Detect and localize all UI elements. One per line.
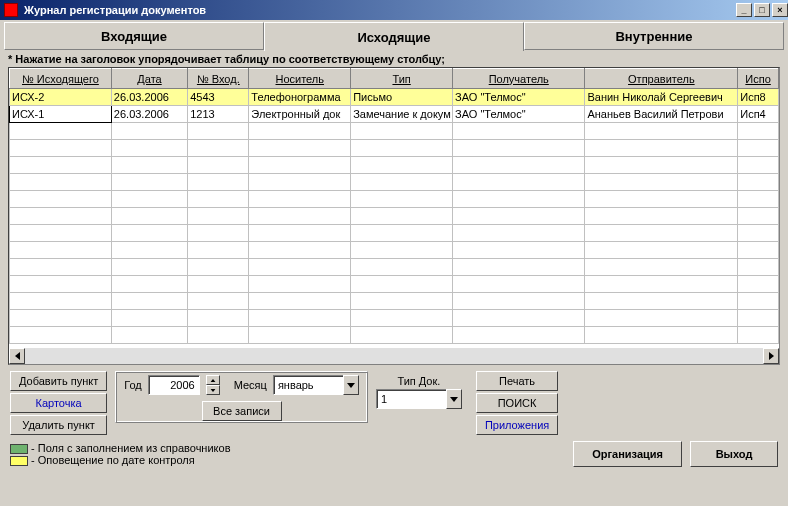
legend-green-icon bbox=[10, 444, 28, 454]
cell-media: Телефонограмма bbox=[249, 89, 351, 106]
cell-innum: 1213 bbox=[188, 106, 249, 123]
documents-table: № Исходящего Дата № Вход. Носитель Тип П… bbox=[9, 68, 779, 344]
legend-green-text: - Поля с заполнением из справочников bbox=[31, 442, 230, 454]
legend-yellow-text: - Оповещение по дате контроля bbox=[31, 454, 195, 466]
cell-media: Электронный док bbox=[249, 106, 351, 123]
col-media[interactable]: Носитель bbox=[249, 69, 351, 89]
table-row[interactable] bbox=[10, 191, 779, 208]
tabs: Входящие Исходящие Внутренние bbox=[4, 22, 784, 50]
col-sender[interactable]: Отправитель bbox=[585, 69, 738, 89]
print-button[interactable]: Печать bbox=[476, 371, 558, 391]
sort-hint: * Нажатие на заголовок упорядочивает таб… bbox=[4, 50, 784, 67]
month-label: Месяц bbox=[234, 379, 267, 391]
scroll-right-button[interactable] bbox=[763, 348, 779, 364]
exit-button[interactable]: Выход bbox=[690, 441, 778, 467]
close-button[interactable]: × bbox=[772, 3, 788, 17]
col-date[interactable]: Дата bbox=[111, 69, 187, 89]
table-row[interactable] bbox=[10, 157, 779, 174]
table-row[interactable] bbox=[10, 293, 779, 310]
year-down-button[interactable] bbox=[206, 385, 220, 395]
tab-incoming[interactable]: Входящие bbox=[4, 22, 264, 50]
col-innum[interactable]: № Вход. bbox=[188, 69, 249, 89]
col-outnum[interactable]: № Исходящего bbox=[10, 69, 112, 89]
table-row[interactable] bbox=[10, 225, 779, 242]
cell-type: Замечание к докум bbox=[351, 106, 453, 123]
cell-sender: Ананьев Василий Петрови bbox=[585, 106, 738, 123]
cell-date: 26.03.2006 bbox=[111, 89, 187, 106]
legend-yellow-icon bbox=[10, 456, 28, 466]
cell-innum: 4543 bbox=[188, 89, 249, 106]
cell-exec: Исп4 bbox=[738, 106, 779, 123]
table-row[interactable]: ИСХ-1 26.03.2006 1213 Электронный док За… bbox=[10, 106, 779, 123]
table-row[interactable] bbox=[10, 140, 779, 157]
doctype-drop-button[interactable] bbox=[446, 389, 462, 409]
filter-groupbox: Год Месяц Все записи bbox=[115, 371, 368, 423]
col-exec[interactable]: Испо bbox=[738, 69, 779, 89]
col-type[interactable]: Тип bbox=[351, 69, 453, 89]
cell-date: 26.03.2006 bbox=[111, 106, 187, 123]
add-item-button[interactable]: Добавить пункт bbox=[10, 371, 107, 391]
card-button[interactable]: Карточка bbox=[10, 393, 107, 413]
cell-outnum: ИСХ-2 bbox=[10, 89, 112, 106]
doctype-select[interactable] bbox=[376, 389, 446, 409]
search-button[interactable]: ПОИСК bbox=[476, 393, 558, 413]
table-row[interactable] bbox=[10, 310, 779, 327]
maximize-button[interactable]: □ bbox=[754, 3, 770, 17]
table-row[interactable] bbox=[10, 327, 779, 344]
window-title: Журнал регистрации документов bbox=[24, 4, 734, 16]
table-row[interactable] bbox=[10, 123, 779, 140]
table-row[interactable] bbox=[10, 208, 779, 225]
scroll-left-button[interactable] bbox=[9, 348, 25, 364]
month-select[interactable] bbox=[273, 375, 343, 395]
all-records-button[interactable]: Все записи bbox=[202, 401, 282, 421]
tab-outgoing[interactable]: Исходящие bbox=[264, 22, 524, 51]
scroll-track[interactable] bbox=[25, 348, 763, 364]
table-row[interactable] bbox=[10, 276, 779, 293]
year-label: Год bbox=[124, 379, 142, 391]
col-recipient[interactable]: Получатель bbox=[453, 69, 585, 89]
cell-outnum-edit[interactable]: ИСХ-1 bbox=[10, 106, 112, 123]
horizontal-scrollbar[interactable] bbox=[9, 348, 779, 364]
organization-button[interactable]: Организация bbox=[573, 441, 682, 467]
delete-item-button[interactable]: Удалить пункт bbox=[10, 415, 107, 435]
table-row[interactable] bbox=[10, 174, 779, 191]
cell-exec: Исп8 bbox=[738, 89, 779, 106]
titlebar: Журнал регистрации документов _ □ × bbox=[0, 0, 788, 20]
table-row[interactable] bbox=[10, 242, 779, 259]
app-icon bbox=[4, 3, 18, 17]
table-row[interactable]: ИСХ-2 26.03.2006 4543 Телефонограмма Пис… bbox=[10, 89, 779, 106]
year-input[interactable] bbox=[148, 375, 200, 395]
table-container: № Исходящего Дата № Вход. Носитель Тип П… bbox=[8, 67, 780, 365]
month-drop-button[interactable] bbox=[343, 375, 359, 395]
year-up-button[interactable] bbox=[206, 375, 220, 385]
attachments-button[interactable]: Приложения bbox=[476, 415, 558, 435]
table-row[interactable] bbox=[10, 259, 779, 276]
minimize-button[interactable]: _ bbox=[736, 3, 752, 17]
cell-recip: ЗАО "Телмос" bbox=[453, 106, 585, 123]
cell-recip: ЗАО "Телмос" bbox=[453, 89, 585, 106]
cell-sender: Ванин Николай Сергеевич bbox=[585, 89, 738, 106]
cell-type: Письмо bbox=[351, 89, 453, 106]
doctype-label: Тип Док. bbox=[397, 375, 440, 387]
tab-internal[interactable]: Внутренние bbox=[524, 22, 784, 50]
